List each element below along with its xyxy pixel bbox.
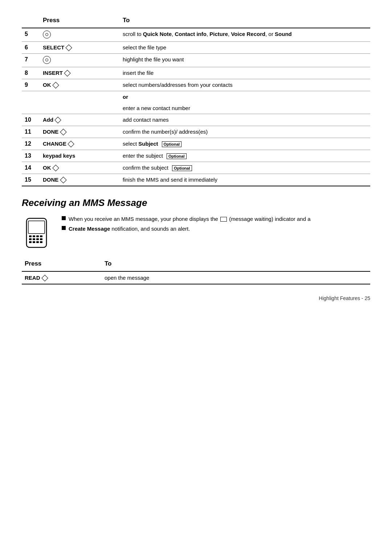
row-press: keypad keys bbox=[40, 150, 120, 162]
svg-rect-7 bbox=[33, 238, 35, 240]
bullet-square-2 bbox=[62, 226, 66, 230]
header-num bbox=[22, 15, 40, 28]
row-to: select the file type bbox=[120, 42, 370, 54]
row-num: 7 bbox=[22, 54, 40, 67]
header-to: To bbox=[120, 15, 370, 28]
table-row: 6SELECT select the file type bbox=[22, 42, 370, 54]
row-press: READ bbox=[22, 271, 102, 284]
row-to: select SubjectOptional bbox=[120, 138, 370, 150]
header-press: Press bbox=[40, 15, 120, 28]
bullet-text-1: When you receive an MMS message, your ph… bbox=[69, 215, 311, 223]
table-row: 9OK select numbers/addresses from your c… bbox=[22, 79, 370, 91]
row-to: insert the file bbox=[120, 67, 370, 79]
bullet-text-2: Create Message notification, and sounds … bbox=[69, 225, 190, 233]
bottom-header-to: To bbox=[102, 258, 370, 271]
row-num: 6 bbox=[22, 42, 40, 54]
svg-rect-9 bbox=[40, 238, 42, 240]
row-press: DONE bbox=[40, 174, 120, 186]
bullet-text-container: When you receive an MMS message, your ph… bbox=[62, 215, 311, 234]
svg-rect-12 bbox=[36, 241, 39, 243]
main-table: Press To 5 scroll to Quick Note, Contact… bbox=[22, 15, 370, 186]
row-num: 9 bbox=[22, 79, 40, 91]
row-press bbox=[40, 28, 120, 42]
table-row: 8INSERT insert the file bbox=[22, 67, 370, 79]
table-row: 10Add add contact names bbox=[22, 114, 370, 126]
or-label: or bbox=[120, 91, 370, 103]
svg-rect-6 bbox=[29, 238, 32, 240]
svg-rect-5 bbox=[40, 235, 42, 237]
row-press: SELECT bbox=[40, 42, 120, 54]
row-to: highlight the file you want bbox=[120, 54, 370, 67]
section-heading: Receiving an MMS Message bbox=[22, 197, 370, 209]
row-press: CHANGE bbox=[40, 138, 120, 150]
row-press: Add bbox=[40, 114, 120, 126]
row-to: finish the MMS and send it immediately bbox=[120, 174, 370, 186]
table-row: 12CHANGE select SubjectOptional bbox=[22, 138, 370, 150]
bullet-item-2: Create Message notification, and sounds … bbox=[62, 225, 311, 233]
row-num: 12 bbox=[22, 138, 40, 150]
row-num: 5 bbox=[22, 28, 40, 42]
row-to: confirm the number(s)/ address(es) bbox=[120, 126, 370, 138]
row-to: confirm the subjectOptional bbox=[120, 162, 370, 174]
table-row: 5 scroll to Quick Note, Contact info, Pi… bbox=[22, 28, 370, 42]
row-to: add contact names bbox=[120, 114, 370, 126]
row-num: 8 bbox=[22, 67, 40, 79]
svg-rect-2 bbox=[29, 235, 32, 237]
row-to: select numbers/addresses from your conta… bbox=[120, 79, 370, 91]
row-press: OK bbox=[40, 162, 120, 174]
row-press: INSERT bbox=[40, 67, 120, 79]
table-row: 11DONE confirm the number(s)/ address(es… bbox=[22, 126, 370, 138]
table-row: 7 highlight the file you want bbox=[22, 54, 370, 67]
row-to: enter the subjectOptional bbox=[120, 150, 370, 162]
row-num: 11 bbox=[22, 126, 40, 138]
svg-rect-11 bbox=[33, 241, 35, 243]
or-row: or bbox=[22, 91, 370, 103]
bottom-table: Press To READ open the message bbox=[22, 258, 370, 284]
table-row: READ open the message bbox=[22, 271, 370, 284]
svg-rect-4 bbox=[36, 235, 39, 237]
bottom-header-press: Press bbox=[22, 258, 102, 271]
row-to: open the message bbox=[102, 271, 370, 284]
svg-rect-13 bbox=[40, 241, 42, 243]
row-num: 14 bbox=[22, 162, 40, 174]
bullet-item-1: When you receive an MMS message, your ph… bbox=[62, 215, 311, 223]
row-num: 15 bbox=[22, 174, 40, 186]
table-row: enter a new contact number bbox=[22, 102, 370, 114]
row-num: 13 bbox=[22, 150, 40, 162]
row-to: scroll to Quick Note, Contact info, Pict… bbox=[120, 28, 370, 42]
svg-rect-3 bbox=[33, 235, 35, 237]
row-num: 10 bbox=[22, 114, 40, 126]
table-row: 14OK confirm the subjectOptional bbox=[22, 162, 370, 174]
row-press: DONE bbox=[40, 126, 120, 138]
bullet-square-1 bbox=[62, 216, 66, 220]
phone-icon-container bbox=[22, 217, 54, 249]
bullet-section: When you receive an MMS message, your ph… bbox=[22, 215, 370, 249]
row-press bbox=[40, 102, 120, 114]
phone-icon bbox=[23, 217, 54, 249]
table-row: 15DONE finish the MMS and send it immedi… bbox=[22, 174, 370, 186]
table-row: 13keypad keysenter the subjectOptional bbox=[22, 150, 370, 162]
row-num bbox=[22, 102, 40, 114]
row-press bbox=[40, 54, 120, 67]
svg-rect-1 bbox=[28, 221, 45, 234]
svg-rect-8 bbox=[36, 238, 39, 240]
page-footer: Highlight Features - 25 bbox=[22, 295, 370, 301]
svg-rect-10 bbox=[29, 241, 32, 243]
row-press: OK bbox=[40, 79, 120, 91]
row-to: enter a new contact number bbox=[120, 102, 370, 114]
